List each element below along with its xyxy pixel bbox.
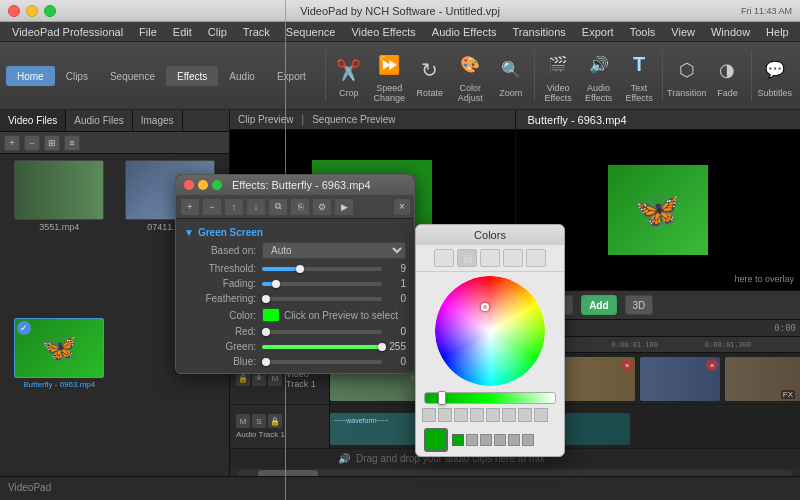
eff-remove-button[interactable]: − [202, 198, 222, 216]
color-swatch-blank-3[interactable] [494, 434, 506, 446]
tab-audio[interactable]: Audio [218, 66, 266, 86]
color-swatch-mode-button[interactable]: ⊞ [480, 249, 500, 267]
menu-audio-effects[interactable]: Audio Effects [424, 22, 505, 42]
tab-effects[interactable]: Effects [166, 66, 218, 86]
maximize-button[interactable] [44, 5, 56, 17]
file-delete-button[interactable]: − [24, 135, 40, 151]
video-effects-tool-button[interactable]: 🎬 Video Effects [539, 47, 578, 105]
sequence-preview-tab[interactable]: Sequence Preview [312, 114, 395, 125]
menu-edit[interactable]: Edit [165, 22, 200, 42]
close-button[interactable] [8, 5, 20, 17]
audio-track-lock-button[interactable]: 🔒 [268, 414, 282, 428]
eff-up-button[interactable]: ↑ [224, 198, 244, 216]
color-swatch-blank-4[interactable] [508, 434, 520, 446]
audio-effects-tool-button[interactable]: 🔊 Audio Effects [579, 47, 618, 105]
color-preset-3[interactable] [454, 408, 468, 422]
file-add-button[interactable]: + [4, 135, 20, 151]
audio-track-mute-button[interactable]: M [236, 414, 250, 428]
eff-settings-button[interactable]: ⚙ [312, 198, 332, 216]
color-slider-mode-button[interactable]: ▤ [457, 249, 477, 267]
color-swatch-blank-5[interactable] [522, 434, 534, 446]
brightness-thumb[interactable] [438, 391, 446, 405]
blue-slider[interactable] [262, 360, 382, 364]
zoom-tool-button[interactable]: 🔍 Zoom [492, 47, 531, 105]
tab-clips[interactable]: Clips [55, 66, 99, 86]
color-preset-5[interactable] [486, 408, 500, 422]
green-slider[interactable] [262, 345, 382, 349]
minimize-button[interactable] [26, 5, 38, 17]
color-preset-1[interactable] [422, 408, 436, 422]
scrollbar-track[interactable] [238, 470, 792, 476]
feathering-slider[interactable] [262, 297, 382, 301]
menu-sequence[interactable]: Sequence [278, 22, 344, 42]
video-clip-3[interactable]: × [640, 357, 720, 401]
color-image-mode-button[interactable]: 🖼 [503, 249, 523, 267]
color-box[interactable] [262, 308, 280, 322]
tab-images[interactable]: Images [133, 110, 183, 131]
crop-tool-button[interactable]: ✂️ Crop [330, 47, 369, 105]
red-slider[interactable] [262, 330, 382, 334]
eff-paste-button[interactable]: ⎘ [290, 198, 310, 216]
rotate-tool-button[interactable]: ↻ Rotate [411, 47, 450, 105]
menu-transitions[interactable]: Transitions [504, 22, 573, 42]
traffic-lights[interactable] [8, 5, 56, 17]
menu-file[interactable]: File [131, 22, 165, 42]
color-swatch-selected[interactable] [452, 434, 464, 446]
menu-view[interactable]: View [663, 22, 703, 42]
menu-export[interactable]: Export [574, 22, 622, 42]
file-item[interactable]: 3551.mp4 [6, 160, 113, 314]
tab-sequence[interactable]: Sequence [99, 66, 166, 86]
video-clip-4[interactable]: × FX [725, 357, 800, 401]
eff-preview-button[interactable]: ▶ [334, 198, 354, 216]
audio-track-content[interactable]: ~~~waveform~~~ [330, 405, 800, 448]
clip-delete-button-3[interactable]: × [706, 359, 718, 371]
fading-slider[interactable] [262, 282, 382, 286]
menu-video-effects[interactable]: Video Effects [343, 22, 423, 42]
feathering-thumb[interactable] [262, 295, 270, 303]
threshold-slider[interactable] [262, 267, 382, 271]
horizontal-scrollbar[interactable] [230, 468, 800, 476]
text-effects-tool-button[interactable]: T Text Effects [620, 47, 659, 105]
scrollbar-thumb[interactable] [258, 470, 318, 476]
based-on-select[interactable]: Auto [262, 242, 406, 259]
effects-close-button[interactable] [184, 180, 194, 190]
color-crosshair[interactable] [481, 303, 489, 311]
fade-tool-button[interactable]: ◑ Fade [708, 47, 747, 105]
subtitles-tool-button[interactable]: 💬 Subtitles [755, 47, 794, 105]
file-view-button[interactable]: ⊞ [44, 135, 60, 151]
add-button[interactable]: Add [581, 295, 617, 315]
effects-minimize-button[interactable] [198, 180, 208, 190]
blue-thumb[interactable] [262, 358, 270, 366]
menu-tools[interactable]: Tools [622, 22, 664, 42]
color-preset-4[interactable] [470, 408, 484, 422]
tab-home[interactable]: Home [6, 66, 55, 86]
threshold-thumb[interactable] [296, 265, 304, 273]
effects-panel-close-button[interactable]: × [394, 199, 410, 215]
color-preset-2[interactable] [438, 408, 452, 422]
color-preset-7[interactable] [518, 408, 532, 422]
3d-mode-button[interactable]: 3D [625, 295, 653, 315]
color-swatch-blank-1[interactable] [466, 434, 478, 446]
tab-video-files[interactable]: Video Files [0, 110, 66, 131]
color-adjust-tool-button[interactable]: 🎨 Color Adjust [451, 47, 490, 105]
transition-tool-button[interactable]: ⬡ Transition [667, 47, 706, 105]
speed-change-tool-button[interactable]: ⏩ Speed Change [370, 47, 409, 105]
color-brightness-slider[interactable] [424, 392, 556, 404]
eff-copy-button[interactable]: ⧉ [268, 198, 288, 216]
effects-maximize-button[interactable] [212, 180, 222, 190]
green-screen-header[interactable]: ▼ Green Screen [184, 223, 406, 240]
color-wheel[interactable] [435, 276, 545, 386]
audio-track-solo-button[interactable]: S [252, 414, 266, 428]
file-item-selected[interactable]: ✓ 🦋 Butterfly - 6963.mp4 [6, 318, 113, 471]
menu-videopad[interactable]: VideoPad Professional [4, 22, 131, 42]
menu-window[interactable]: Window [703, 22, 758, 42]
tab-export[interactable]: Export [266, 66, 317, 86]
clip-delete-button-2[interactable]: × [621, 359, 633, 371]
color-pencil-mode-button[interactable]: ✏ [526, 249, 546, 267]
fading-thumb[interactable] [272, 280, 280, 288]
color-wheel-mode-button[interactable]: ⊙ [434, 249, 454, 267]
tab-audio-files[interactable]: Audio Files [66, 110, 132, 131]
eff-down-button[interactable]: ↓ [246, 198, 266, 216]
menu-help[interactable]: Help [758, 22, 797, 42]
menu-track[interactable]: Track [235, 22, 278, 42]
